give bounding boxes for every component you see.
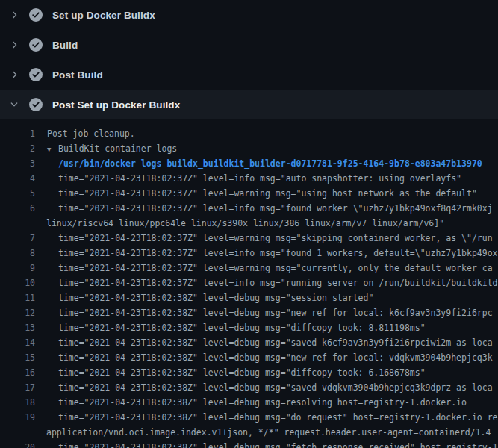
log-line: 12time="2021-04-23T18:02:38Z" level=debu… bbox=[0, 305, 498, 320]
log-area: 1Post job cleanup.2▼BuildKit container l… bbox=[0, 119, 498, 448]
chevron-down-icon[interactable] bbox=[8, 99, 20, 111]
line-number bbox=[0, 216, 35, 231]
log-line: 9time="2021-04-23T18:02:37Z" level=warni… bbox=[0, 261, 498, 276]
log-text: time="2021-04-23T18:02:38Z" level=debug … bbox=[35, 395, 467, 410]
log-text: application/vnd.oci.image.index.v1+json,… bbox=[35, 425, 491, 440]
group-collapse-triangle-icon[interactable]: ▼ bbox=[47, 142, 58, 156]
check-circle-icon bbox=[29, 38, 43, 52]
log-line: application/vnd.oci.image.index.v1+json,… bbox=[0, 425, 498, 440]
log-text: time="2021-04-23T18:02:37Z" level=warnin… bbox=[35, 261, 493, 276]
step-row-build[interactable]: Build bbox=[0, 30, 498, 60]
log-line: 15time="2021-04-23T18:02:38Z" level=debu… bbox=[0, 350, 498, 365]
line-number[interactable]: 14 bbox=[0, 335, 35, 350]
log-text: time="2021-04-23T18:02:38Z" level=debug … bbox=[35, 305, 493, 320]
line-number[interactable]: 6 bbox=[0, 201, 35, 216]
line-number[interactable]: 8 bbox=[0, 246, 35, 261]
line-number[interactable]: 11 bbox=[0, 290, 35, 305]
log-text: time="2021-04-23T18:02:38Z" level=debug … bbox=[35, 320, 426, 335]
line-number[interactable]: 15 bbox=[0, 350, 35, 365]
log-text: time="2021-04-23T18:02:38Z" level=debug … bbox=[35, 410, 498, 425]
step-row-set-up-docker-buildx[interactable]: Set up Docker Buildx bbox=[0, 0, 498, 30]
chevron-right-icon[interactable] bbox=[8, 69, 20, 81]
check-circle-icon bbox=[29, 8, 43, 22]
log-line: 4time="2021-04-23T18:02:37Z" level=info … bbox=[0, 171, 498, 186]
log-line: 14time="2021-04-23T18:02:38Z" level=debu… bbox=[0, 335, 498, 350]
log-text: Post job cleanup. bbox=[35, 126, 135, 141]
line-number[interactable]: 16 bbox=[0, 365, 35, 380]
line-number[interactable]: 19 bbox=[0, 410, 35, 425]
log-line: 6time="2021-04-23T18:02:37Z" level=info … bbox=[0, 201, 498, 216]
chevron-right-icon[interactable] bbox=[8, 9, 20, 21]
line-number bbox=[0, 425, 35, 440]
log-line: 16time="2021-04-23T18:02:38Z" level=debu… bbox=[0, 365, 498, 380]
line-number[interactable]: 1 bbox=[0, 126, 35, 141]
log-text: time="2021-04-23T18:02:37Z" level=info m… bbox=[35, 171, 461, 186]
line-number[interactable]: 7 bbox=[0, 231, 35, 246]
log-line: 10time="2021-04-23T18:02:37Z" level=info… bbox=[0, 276, 498, 290]
step-row-post-set-up-docker-buildx[interactable]: Post Set up Docker Buildx bbox=[0, 90, 498, 119]
check-circle-icon bbox=[29, 98, 43, 111]
log-line: 8time="2021-04-23T18:02:37Z" level=info … bbox=[0, 246, 498, 261]
log-line: 7time="2021-04-23T18:02:37Z" level=warni… bbox=[0, 231, 498, 246]
log-text: ▼BuildKit container logs bbox=[35, 141, 177, 156]
line-number[interactable]: 17 bbox=[0, 380, 35, 395]
line-number[interactable]: 9 bbox=[0, 261, 35, 276]
step-row-post-build[interactable]: Post Build bbox=[0, 60, 498, 90]
log-text: time="2021-04-23T18:02:38Z" level=debug … bbox=[35, 440, 498, 448]
log-line: 5time="2021-04-23T18:02:37Z" level=warni… bbox=[0, 186, 498, 201]
step-label: Set up Docker Buildx bbox=[52, 10, 155, 21]
log-text: time="2021-04-23T18:02:37Z" level=info m… bbox=[35, 201, 493, 216]
log-text: time="2021-04-23T18:02:37Z" level=warnin… bbox=[35, 186, 477, 201]
log-text: time="2021-04-23T18:02:37Z" level=info m… bbox=[35, 246, 498, 261]
line-number[interactable]: 10 bbox=[0, 276, 35, 290]
step-label: Post Set up Docker Buildx bbox=[52, 99, 180, 111]
log-line: linux/riscv64 linux/ppc64le linux/s390x … bbox=[0, 216, 498, 231]
line-number[interactable]: 5 bbox=[0, 186, 35, 201]
line-number[interactable]: 13 bbox=[0, 320, 35, 335]
log-text: time="2021-04-23T18:02:37Z" level=info m… bbox=[35, 276, 498, 290]
step-label: Build bbox=[52, 40, 78, 51]
log-line: 17time="2021-04-23T18:02:38Z" level=debu… bbox=[0, 380, 498, 395]
log-line: 19time="2021-04-23T18:02:38Z" level=debu… bbox=[0, 410, 498, 425]
log-text: time="2021-04-23T18:02:38Z" level=debug … bbox=[35, 350, 493, 365]
log-line: 1Post job cleanup. bbox=[0, 126, 498, 141]
line-number[interactable]: 20 bbox=[0, 440, 35, 448]
line-number[interactable]: 12 bbox=[0, 305, 35, 320]
log-text: time="2021-04-23T18:02:38Z" level=debug … bbox=[35, 290, 373, 305]
log-line-group: 2▼BuildKit container logs bbox=[0, 141, 498, 156]
line-number[interactable]: 2 bbox=[0, 141, 35, 156]
group-label[interactable]: BuildKit container logs bbox=[58, 143, 177, 154]
line-number[interactable]: 3 bbox=[0, 156, 35, 171]
chevron-right-icon[interactable] bbox=[8, 39, 20, 51]
log-line: 3/usr/bin/docker logs buildx_buildkit_bu… bbox=[0, 156, 498, 171]
log-text: time="2021-04-23T18:02:38Z" level=debug … bbox=[35, 335, 493, 350]
log-line: 20time="2021-04-23T18:02:38Z" level=debu… bbox=[0, 440, 498, 448]
log-text: time="2021-04-23T18:02:37Z" level=warnin… bbox=[35, 231, 493, 246]
log-line: 18time="2021-04-23T18:02:38Z" level=debu… bbox=[0, 395, 498, 410]
check-circle-icon bbox=[29, 68, 43, 81]
line-number[interactable]: 18 bbox=[0, 395, 35, 410]
log-text: time="2021-04-23T18:02:38Z" level=debug … bbox=[35, 380, 493, 395]
log-command-text: /usr/bin/docker logs buildx_buildkit_bui… bbox=[35, 156, 482, 171]
log-text: time="2021-04-23T18:02:38Z" level=debug … bbox=[35, 365, 426, 380]
line-number[interactable]: 4 bbox=[0, 171, 35, 186]
log-text: linux/riscv64 linux/ppc64le linux/s390x … bbox=[35, 216, 444, 231]
step-label: Post Build bbox=[52, 69, 103, 81]
actions-log-viewer: Set up Docker Buildx Build Post Build Po… bbox=[0, 0, 498, 448]
log-line: 13time="2021-04-23T18:02:38Z" level=debu… bbox=[0, 320, 498, 335]
log-line: 11time="2021-04-23T18:02:38Z" level=debu… bbox=[0, 290, 498, 305]
